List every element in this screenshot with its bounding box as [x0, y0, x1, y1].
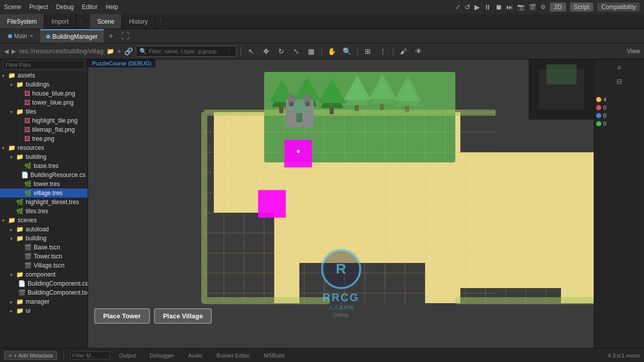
file-tree-item[interactable]: 🖼tower_blue.png [0, 98, 88, 107]
minimap [528, 59, 594, 120]
file-tree-item[interactable]: 🌿base.tres [0, 161, 88, 170]
file-tree-item[interactable]: ▾📁tiles [0, 107, 88, 116]
menu-debug[interactable]: Debug [56, 4, 73, 11]
file-tree-item[interactable]: 🎬Tower.tscn [0, 252, 88, 261]
place-buttons: Place Tower Place Village [94, 308, 212, 324]
file-tree-item[interactable]: ▾📁scenes [0, 216, 88, 225]
fwd-btn[interactable]: ▶ [12, 48, 16, 55]
file-label: ui [26, 307, 30, 314]
back-btn[interactable]: ◀ [4, 48, 9, 55]
file-tree-item[interactable]: ▸📁ui [0, 306, 88, 315]
file-tree-item[interactable]: 🖼house_blue.png [0, 89, 88, 98]
tab-output[interactable]: Output [114, 352, 141, 358]
file-tree-item[interactable]: ▾📁assets [0, 71, 88, 80]
tab-add[interactable]: + [105, 32, 117, 41]
btn-2d[interactable]: 2D [550, 3, 566, 12]
add-icon[interactable]: + [117, 47, 121, 55]
svg-rect-74 [546, 64, 577, 84]
paint-tool[interactable]: 🖌 [397, 45, 410, 57]
file-tree-item[interactable]: 🎬Village.tscn [0, 261, 88, 270]
folder-icon: 📁 [8, 217, 16, 224]
zoom-tool[interactable]: 🔍 [341, 45, 353, 57]
file-label: base.tres [34, 162, 58, 169]
file-tree-item[interactable]: ▾📁resources [0, 143, 88, 152]
cs-icon: 📄 [21, 171, 29, 178]
folder-icon: 📁 [16, 235, 24, 242]
file-tree: ▾📁assets▾📁buildings🖼house_blue.png🖼tower… [0, 71, 88, 315]
svg-rect-40 [201, 112, 207, 303]
tscn-icon: 🎬 [24, 244, 32, 251]
tab-audio[interactable]: Audio [183, 352, 207, 358]
file-label: BuildingResource.cs [31, 171, 86, 178]
file-tree-item[interactable]: ▾📁building [0, 152, 88, 161]
search-options[interactable]: ⋮ [226, 48, 232, 54]
layers-icon[interactable]: ≡ [613, 61, 625, 73]
filter-files-input[interactable] [3, 60, 85, 69]
file-sidebar: ▾📁assets▾📁buildings🖼house_blue.png🖼tower… [0, 59, 88, 348]
rotate-tool[interactable]: ↻ [275, 45, 287, 57]
add-metadata-button[interactable]: + + Add Metadata [4, 351, 57, 360]
file-tree-item[interactable]: 📄BuildingResource.cs [0, 170, 88, 179]
file-tree-item[interactable]: ▾📁building [0, 234, 88, 243]
counter-row-1: 0 [596, 104, 642, 112]
file-tree-item[interactable]: 🎬Base.tscn [0, 243, 88, 252]
select-tool[interactable]: ↖ [245, 45, 257, 57]
file-tree-item[interactable]: 📄BuildingComponent.cs [0, 279, 88, 288]
file-tree-item[interactable]: 🌿village.tres [0, 189, 88, 198]
file-label: house_blue.png [32, 90, 75, 97]
menu-help[interactable]: Help [106, 4, 118, 11]
editor-tab-bar: Main ✕ BuildingManager + ⛶ [0, 29, 644, 43]
file-tree-item[interactable]: 🌿highlight_tileset.tres [0, 198, 88, 207]
svg-rect-61 [405, 106, 409, 112]
move-tool[interactable]: ✥ [260, 45, 272, 57]
svg-rect-67 [289, 102, 293, 106]
file-tree-item[interactable]: 🖼tilemap_flat.png [0, 125, 88, 134]
file-tree-item[interactable]: ▸📁manager [0, 297, 88, 306]
grid-tool[interactable]: ▦ [305, 45, 317, 57]
tab-building-manager[interactable]: BuildingManager [40, 29, 104, 43]
menu-scene[interactable]: Scene [4, 4, 21, 11]
filter-meta-input[interactable] [70, 351, 110, 359]
search-input[interactable] [149, 48, 224, 54]
tab-main-close[interactable]: ✕ [29, 33, 33, 39]
tab-msbuild[interactable]: MSBuild [259, 352, 289, 358]
place-tower-button[interactable]: Place Tower [94, 308, 150, 324]
png-icon: 🖼 [24, 135, 30, 142]
file-tree-item[interactable]: 🌿tower.tres [0, 179, 88, 189]
tab-history[interactable]: History [122, 14, 155, 29]
png-icon: 🖼 [24, 126, 30, 133]
svg-rect-52 [330, 108, 334, 114]
hand-tool[interactable]: ✋ [326, 45, 338, 57]
file-tree-item[interactable]: ▾📁buildings [0, 80, 88, 89]
place-village-button[interactable]: Place Village [154, 308, 212, 324]
tab-builder-editor[interactable]: Builder Editor [211, 352, 255, 358]
file-tree-item[interactable]: 🌿tiles.tres [0, 207, 88, 216]
tab-main[interactable]: Main ✕ [2, 29, 39, 43]
folder-arrow: ▾ [2, 145, 8, 151]
tab-import[interactable]: Import [44, 14, 76, 29]
add-metadata-label: + Add Metadata [14, 352, 52, 358]
grid-snap[interactable]: ⊞ [362, 45, 374, 57]
file-tree-item[interactable]: ▸📁autoload [0, 225, 88, 234]
expand-icon[interactable]: ⛶ [119, 32, 131, 41]
menu-project[interactable]: Project [29, 4, 48, 11]
filter-icon[interactable]: ⊟ [613, 75, 625, 87]
folder-icon: 📁 [16, 81, 24, 88]
menu-editor[interactable]: Editor [82, 4, 98, 11]
scale-tool[interactable]: ⤡ [290, 45, 302, 57]
link-icon[interactable]: 🔗 [124, 47, 133, 55]
eye-tool[interactable]: 👁 [413, 45, 425, 57]
tab-debugger[interactable]: Debugger [145, 352, 179, 358]
file-tree-item[interactable]: 🖼highlight_tile.png [0, 116, 88, 125]
folder-arrow: ▸ [10, 299, 16, 305]
file-tree-item[interactable]: 🎬BuildingComponent.tscn [0, 288, 88, 297]
btn-script[interactable]: Script [570, 3, 594, 12]
svg-rect-1 [174, 112, 214, 213]
file-tree-item[interactable]: 🖼tree.png [0, 134, 88, 143]
more-options[interactable]: ⋮ [377, 45, 389, 57]
file-label: BuildingComponent.tscn [28, 289, 88, 296]
tab-filesystem[interactable]: FileSystem [0, 14, 44, 29]
file-tree-item[interactable]: ▾📁component [0, 270, 88, 279]
compat-btn[interactable]: Compatibility [597, 3, 640, 12]
tab-scene[interactable]: Scene [90, 14, 122, 29]
